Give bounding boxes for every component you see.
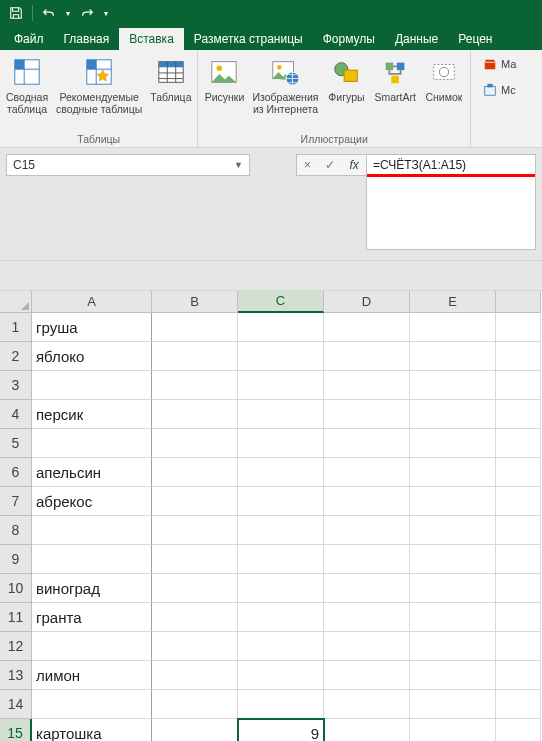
row-header[interactable]: 6 (0, 458, 32, 487)
row-header[interactable]: 13 (0, 661, 32, 690)
cell-B14[interactable] (152, 690, 238, 719)
cell-E4[interactable] (410, 400, 496, 429)
cell-F15[interactable] (496, 719, 541, 741)
cell-F8[interactable] (496, 516, 541, 545)
cell-D1[interactable] (324, 313, 410, 342)
cell-E9[interactable] (410, 545, 496, 574)
cell-A6[interactable]: апельсин (32, 458, 152, 487)
cell-E3[interactable] (410, 371, 496, 400)
shapes-button[interactable]: Фигуры (322, 52, 370, 103)
table-button[interactable]: Таблица (146, 52, 195, 103)
cell-B7[interactable] (152, 487, 238, 516)
tab-formulas[interactable]: Формулы (313, 28, 385, 50)
tab-review[interactable]: Рецен (448, 28, 502, 50)
name-box[interactable]: C15 ▼ (6, 154, 250, 176)
recommended-pivot-button[interactable]: Рекомендуемые сводные таблицы (52, 52, 146, 115)
cell-E2[interactable] (410, 342, 496, 371)
cell-B13[interactable] (152, 661, 238, 690)
cell-B2[interactable] (152, 342, 238, 371)
cell-E10[interactable] (410, 574, 496, 603)
myaddins-button[interactable]: Мс (477, 80, 522, 100)
cell-F12[interactable] (496, 632, 541, 661)
cell-C5[interactable] (238, 429, 324, 458)
cell-C1[interactable] (238, 313, 324, 342)
redo-button[interactable] (77, 3, 97, 23)
row-header[interactable]: 10 (0, 574, 32, 603)
cell-C8[interactable] (238, 516, 324, 545)
cell-B15[interactable] (152, 719, 238, 741)
cell-C2[interactable] (238, 342, 324, 371)
cell-E6[interactable] (410, 458, 496, 487)
undo-dropdown[interactable]: ▾ (63, 3, 73, 23)
cell-E5[interactable] (410, 429, 496, 458)
online-pictures-button[interactable]: Изображения из Интернета (248, 52, 322, 115)
tab-page-layout[interactable]: Разметка страницы (184, 28, 313, 50)
cell-A8[interactable] (32, 516, 152, 545)
col-header-next[interactable] (496, 291, 541, 313)
row-header[interactable]: 3 (0, 371, 32, 400)
cell-A12[interactable] (32, 632, 152, 661)
cell-E14[interactable] (410, 690, 496, 719)
cell-A4[interactable]: персик (32, 400, 152, 429)
store-button[interactable]: Ма (477, 54, 522, 74)
col-header-D[interactable]: D (324, 291, 410, 313)
row-header[interactable]: 7 (0, 487, 32, 516)
cell-E12[interactable] (410, 632, 496, 661)
cell-D11[interactable] (324, 603, 410, 632)
smartart-button[interactable]: SmartArt (370, 52, 419, 103)
cell-C11[interactable] (238, 603, 324, 632)
col-header-E[interactable]: E (410, 291, 496, 313)
cell-A14[interactable] (32, 690, 152, 719)
cell-B5[interactable] (152, 429, 238, 458)
cell-C9[interactable] (238, 545, 324, 574)
cell-A7[interactable]: абрекос (32, 487, 152, 516)
cell-D4[interactable] (324, 400, 410, 429)
cell-D7[interactable] (324, 487, 410, 516)
row-header[interactable]: 15 (0, 719, 32, 741)
cell-E13[interactable] (410, 661, 496, 690)
cell-C12[interactable] (238, 632, 324, 661)
cell-C4[interactable] (238, 400, 324, 429)
cell-D15[interactable] (324, 719, 410, 741)
save-button[interactable] (6, 3, 26, 23)
cell-A2[interactable]: яблоко (32, 342, 152, 371)
cell-B4[interactable] (152, 400, 238, 429)
screenshot-button[interactable]: Снимок (420, 52, 468, 103)
cell-D14[interactable] (324, 690, 410, 719)
tab-home[interactable]: Главная (54, 28, 120, 50)
cell-C10[interactable] (238, 574, 324, 603)
cell-F7[interactable] (496, 487, 541, 516)
cell-B12[interactable] (152, 632, 238, 661)
pivot-table-button[interactable]: Сводная таблица (2, 52, 52, 115)
cell-B9[interactable] (152, 545, 238, 574)
cell-D10[interactable] (324, 574, 410, 603)
cell-D3[interactable] (324, 371, 410, 400)
tab-insert[interactable]: Вставка (119, 28, 184, 50)
cell-E15[interactable] (410, 719, 496, 741)
cell-E7[interactable] (410, 487, 496, 516)
cell-F5[interactable] (496, 429, 541, 458)
row-header[interactable]: 11 (0, 603, 32, 632)
row-header[interactable]: 2 (0, 342, 32, 371)
col-header-B[interactable]: B (152, 291, 238, 313)
cell-F6[interactable] (496, 458, 541, 487)
cell-F2[interactable] (496, 342, 541, 371)
cell-F1[interactable] (496, 313, 541, 342)
cell-F3[interactable] (496, 371, 541, 400)
cell-C15[interactable]: 9 (238, 719, 324, 741)
cell-A11[interactable]: гранта (32, 603, 152, 632)
qat-customize[interactable]: ▾ (101, 3, 111, 23)
cell-F9[interactable] (496, 545, 541, 574)
cell-A15[interactable]: картошка (32, 719, 152, 741)
cell-B1[interactable] (152, 313, 238, 342)
cell-B6[interactable] (152, 458, 238, 487)
row-header[interactable]: 5 (0, 429, 32, 458)
cell-B10[interactable] (152, 574, 238, 603)
formula-bar-expanded[interactable] (366, 176, 536, 250)
cell-F14[interactable] (496, 690, 541, 719)
row-header[interactable]: 14 (0, 690, 32, 719)
name-box-dropdown-icon[interactable]: ▼ (234, 160, 243, 170)
cell-C6[interactable] (238, 458, 324, 487)
cell-D9[interactable] (324, 545, 410, 574)
row-header[interactable]: 12 (0, 632, 32, 661)
